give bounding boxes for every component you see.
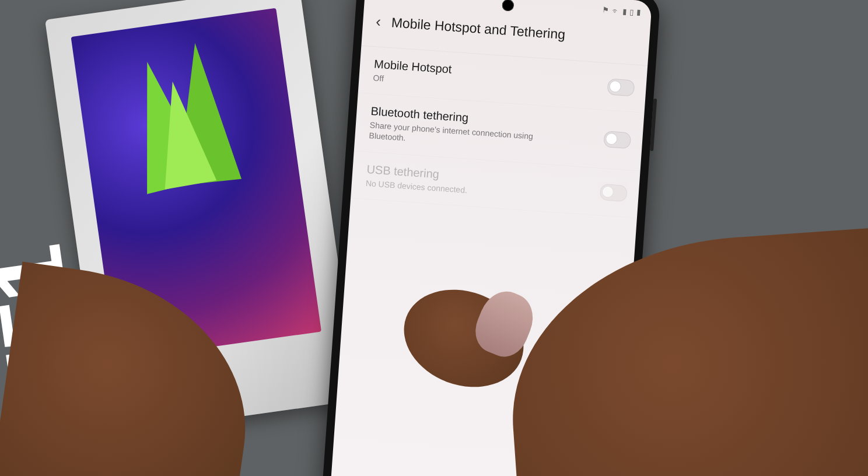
signal-icon: ▮ — [622, 6, 627, 15]
battery-icon: ▮ — [636, 8, 641, 16]
photo-scene: M51 6:16 ⚑ ᯤ ▮ ▯ ▮ ‹ Mobile Hotspot and … — [0, 0, 868, 476]
wifi-icon: ᯤ — [612, 6, 620, 15]
toggle-bluetooth-tethering[interactable] — [603, 131, 631, 149]
phone-side-button — [650, 99, 657, 151]
page-title: Mobile Hotspot and Tethering — [391, 15, 566, 43]
signal-icon: ▯ — [629, 7, 634, 16]
status-icons: ⚑ ᯤ ▮ ▯ ▮ — [602, 5, 641, 17]
toggle-mobile-hotspot[interactable] — [607, 78, 635, 96]
back-button[interactable]: ‹ — [373, 11, 384, 32]
toggle-usb-tethering — [600, 184, 628, 202]
volte-icon: ⚑ — [602, 5, 610, 15]
